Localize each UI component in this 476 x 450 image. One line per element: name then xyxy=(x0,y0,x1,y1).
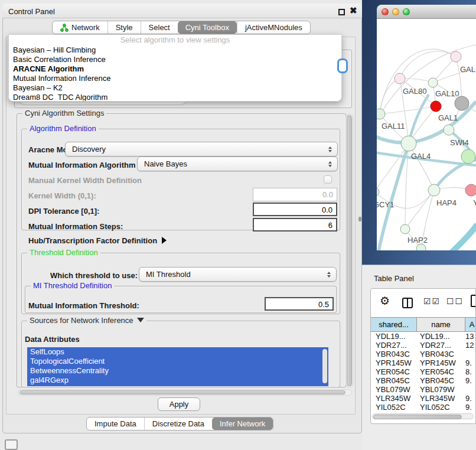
cell: 8. xyxy=(465,367,476,376)
node-salmon[interactable] xyxy=(465,184,476,196)
tab-style[interactable]: Style xyxy=(107,21,141,34)
hub-definition-expander[interactable]: Hub/Transcription Factor Definition xyxy=(28,235,167,246)
network-canvas[interactable]: GAL GAL80 GAL10 GAL1 GAL11 SWI4 GAL4 GCY… xyxy=(377,19,476,250)
network-view[interactable]: GAL GAL80 GAL10 GAL1 GAL11 SWI4 GAL4 GCY… xyxy=(377,19,476,250)
table-row[interactable]: YBR043CYBR043C xyxy=(371,350,476,358)
focused-spinner-button[interactable] xyxy=(337,58,348,73)
tab-infer-network[interactable]: Infer Network xyxy=(212,418,273,430)
select-all-checkboxes-icon[interactable]: ☑☑ xyxy=(423,296,441,306)
algorithm-option[interactable]: Basic Correlation Inference xyxy=(9,55,341,64)
tab-discretize-data[interactable]: Discretize Data xyxy=(144,418,212,430)
cell: YBR043C xyxy=(371,350,417,358)
column-header-shared-name[interactable]: shared... xyxy=(371,318,417,331)
table-row[interactable]: YPR145WYPR145W9. xyxy=(371,358,476,367)
mi-threshold-field[interactable]: 0.5 xyxy=(265,297,334,311)
mi-algorithm-type-combo[interactable]: Naive Bayes xyxy=(137,156,338,171)
tab-select[interactable]: Select xyxy=(141,21,178,34)
minimized-panel-icon[interactable] xyxy=(5,439,18,450)
edge xyxy=(377,144,409,192)
table-row[interactable]: YBL079WYBL079W xyxy=(371,385,476,394)
table-row[interactable]: YER054CYER054C8. xyxy=(371,367,476,376)
node-label: GAL10 xyxy=(435,89,459,98)
data-attributes-list: SelfLoops TopologicalCoefficient Between… xyxy=(27,347,328,386)
settings-horizontal-scrollbar-track[interactable] xyxy=(18,389,352,396)
node-label: GAL80 xyxy=(403,87,426,96)
edge xyxy=(380,79,400,114)
mi-steps-field[interactable]: 6 xyxy=(253,218,337,231)
gear-icon[interactable]: ⚙ xyxy=(380,294,390,307)
float-window-icon[interactable] xyxy=(338,9,345,15)
attribute-item[interactable]: TopologicalCoefficient xyxy=(27,357,328,366)
traffic-close-icon[interactable] xyxy=(382,8,389,15)
node-bright-green[interactable] xyxy=(461,149,475,164)
apply-button[interactable]: Apply xyxy=(158,397,200,411)
tab-impute-data[interactable]: Impute Data xyxy=(87,418,144,430)
edge-extra-thick xyxy=(451,224,476,250)
node-gal1-selected[interactable] xyxy=(431,101,441,112)
attribute-item[interactable]: SelfLoops xyxy=(27,347,328,357)
node-gal-top[interactable] xyxy=(451,51,461,62)
collapse-down-arrow-icon[interactable] xyxy=(137,318,144,322)
clear-all-checkboxes-icon[interactable]: ☐☐ xyxy=(446,296,464,306)
dpi-tolerance-field[interactable]: 0.0 xyxy=(253,203,337,216)
settings-horizontal-scrollbar-thumb[interactable] xyxy=(19,390,345,394)
settings-vertical-scrollbar-track[interactable] xyxy=(345,114,353,387)
column-header-partial[interactable]: A xyxy=(465,318,476,331)
node-hap4[interactable] xyxy=(428,184,440,196)
document-icon[interactable] xyxy=(471,295,476,307)
algorithm-option[interactable]: Bayesian – Hill Climbing xyxy=(9,45,341,55)
network-tab-icon xyxy=(60,24,69,32)
table-horizontal-scrollbar[interactable] xyxy=(372,413,474,419)
control-panel-title: Control Panel xyxy=(8,7,55,16)
aracne-mode-combo[interactable]: Discovery xyxy=(65,142,338,156)
tab-cyni-toolbox[interactable]: Cyni Toolbox xyxy=(178,21,237,34)
node-gal11[interactable] xyxy=(377,109,385,119)
table-row[interactable]: YIL052CYIL052C9. xyxy=(371,403,476,410)
cell: YDL19... xyxy=(417,332,465,341)
traffic-minimize-icon[interactable] xyxy=(392,8,399,15)
threshold-definition-legend: Threshold Definition xyxy=(27,248,100,257)
cell: YBL079W xyxy=(371,385,417,394)
node-gal10[interactable] xyxy=(428,78,438,87)
algorithm-definition-legend: Algorithm Definition xyxy=(27,124,99,133)
cell: YDR27... xyxy=(417,341,465,350)
table-row[interactable]: YLR345WYLR345W9. xyxy=(371,394,476,403)
columns-icon[interactable] xyxy=(402,298,413,308)
cell: YER054C xyxy=(371,367,417,376)
manual-kernel-width-checkbox[interactable] xyxy=(324,175,332,184)
attribute-item[interactable]: gal4RGexp xyxy=(27,376,328,385)
node-swi4[interactable] xyxy=(444,125,454,135)
tab-network-label: Network xyxy=(71,23,100,32)
panel-resize-grip[interactable] xyxy=(358,217,361,221)
which-threshold-combo[interactable]: MI Threshold xyxy=(139,267,337,282)
column-header-name[interactable]: name xyxy=(417,318,465,331)
table-row[interactable]: YDL19...YDL19...13 xyxy=(371,332,476,341)
algorithm-option[interactable]: Mutual Information Inference xyxy=(9,74,341,83)
table-row[interactable]: YBR045CYBR045C9. xyxy=(371,376,476,385)
bottom-tabbar: Impute Data Discretize Data Infer Networ… xyxy=(86,417,273,431)
tab-network[interactable]: Network xyxy=(53,21,107,34)
node-gray[interactable] xyxy=(455,96,469,110)
node-hap2[interactable] xyxy=(400,224,410,234)
table-row[interactable]: YDR27...YDR27...12 xyxy=(371,341,476,350)
settings-vertical-scrollbar-thumb[interactable] xyxy=(347,115,352,386)
manual-kernel-width-label: Manual Kernel Width Definition xyxy=(28,176,142,185)
attribute-item[interactable]: BetweennessCentrality xyxy=(27,366,328,376)
algorithm-option[interactable]: Bayesian – K2 xyxy=(9,83,341,93)
cell: 12 xyxy=(465,341,476,350)
table-horizontal-scrollbar-thumb[interactable] xyxy=(373,415,462,419)
close-icon[interactable]: ✖ xyxy=(350,5,357,16)
node-bottom[interactable] xyxy=(416,244,426,250)
node-gal4[interactable] xyxy=(401,136,416,151)
tab-jactivemnodules[interactable]: jActiveMNodules xyxy=(237,21,310,34)
cell: YLR345W xyxy=(371,394,417,403)
cell: YBR045C xyxy=(371,376,417,385)
attribute-list-scrollbar[interactable] xyxy=(322,349,327,383)
traffic-zoom-icon[interactable] xyxy=(403,8,410,15)
algorithm-option[interactable]: Dream8 DC_TDC Algorithm xyxy=(9,93,341,102)
control-panel-titlebar[interactable] xyxy=(2,4,362,18)
kernel-width-field[interactable]: 0.0 xyxy=(253,188,337,201)
node-label: GAL xyxy=(460,65,475,74)
algorithm-option-selected[interactable]: ARACNE Algorithm xyxy=(9,64,341,74)
node-gal80[interactable] xyxy=(395,73,405,84)
